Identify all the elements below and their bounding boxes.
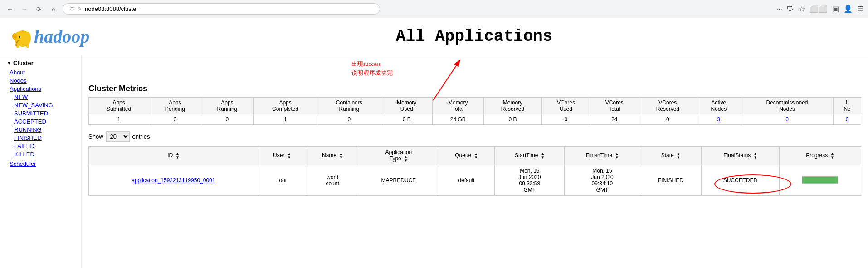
val-apps-submitted: 1 xyxy=(89,114,149,125)
col-application-type[interactable]: ApplicationType ▲▼ xyxy=(359,147,438,165)
finalstatus-sort-icon: ▲▼ xyxy=(754,152,757,159)
col-containers-running: ContainersRunning xyxy=(317,98,381,114)
page-header: hadoop All Applications xyxy=(0,18,868,55)
triangle-icon: ▼ xyxy=(7,60,11,65)
col-decommissioned-nodes: DecommissionedNodes xyxy=(741,98,833,114)
app-id: application_1592213119950_0001 xyxy=(89,165,258,196)
lost-nodes-link[interactable]: 0 xyxy=(846,116,849,123)
sidebar-item-killed[interactable]: KILLED xyxy=(14,151,74,158)
annotation-block: 出现success 说明程序成功完 xyxy=(88,60,861,82)
more-icon[interactable]: ··· xyxy=(776,5,782,13)
sidebar-item-running[interactable]: RUNNING xyxy=(14,126,74,133)
main-content: ▼ Cluster About Nodes Applications NEW N… xyxy=(0,55,868,268)
entries-label: entries xyxy=(132,133,150,140)
metrics-table: AppsSubmitted AppsPending AppsRunning Ap… xyxy=(88,97,861,125)
col-apps-pending: AppsPending xyxy=(149,98,201,114)
address-bar[interactable]: 🛡 ✎ node03:8088/cluster xyxy=(63,3,380,15)
id-sort-icon: ▲▼ xyxy=(176,152,180,159)
apps-table-header-row: ID ▲▼ User ▲▼ Name ▲▼ ApplicationType ▲▼… xyxy=(89,147,861,165)
progress-bar-fill xyxy=(802,177,838,183)
show-entries-bar: Show 10 20 50 100 entries xyxy=(88,131,861,142)
col-name[interactable]: Name ▲▼ xyxy=(306,147,359,165)
security-icon: 🛡 xyxy=(69,6,75,12)
app-name: wordcount xyxy=(306,165,359,196)
app-queue: default xyxy=(438,165,495,196)
reload-button[interactable]: ⟳ xyxy=(34,4,44,15)
state-sort-icon: ▲▼ xyxy=(677,152,680,159)
succeeded-cell: SUCCEEDED xyxy=(723,177,757,184)
cluster-metrics-title: Cluster Metrics xyxy=(88,84,861,94)
sidebar-item-about[interactable]: About xyxy=(10,69,74,76)
browser-right-icons: ··· 🛡 ☆ ⬜⬜ ▣ 👤 ☰ xyxy=(776,5,863,13)
val-containers-running: 0 xyxy=(317,114,381,125)
svg-line-8 xyxy=(433,60,460,100)
val-lost-nodes: 0 xyxy=(834,114,861,125)
col-finish-time[interactable]: FinishTime ▲▼ xyxy=(565,147,640,165)
val-vcores-used: 0 xyxy=(541,114,590,125)
browser-chrome: ← → ⟳ ⌂ 🛡 ✎ node03:8088/cluster ··· 🛡 ☆ … xyxy=(0,0,868,18)
col-user[interactable]: User ▲▼ xyxy=(258,147,306,165)
hadoop-elephant-logo xyxy=(9,23,36,50)
page-wrapper: hadoop All Applications ▼ Cluster About … xyxy=(0,18,868,268)
sidebar-item-applications[interactable]: Applications xyxy=(10,85,74,92)
home-button[interactable]: ⌂ xyxy=(48,4,59,15)
sidebar-item-scheduler[interactable]: Scheduler xyxy=(10,160,74,167)
sidebar-item-new[interactable]: NEW xyxy=(14,94,74,100)
svg-point-6 xyxy=(12,33,17,40)
sidebar-item-accepted[interactable]: ACCEPTED xyxy=(14,118,74,125)
col-start-time[interactable]: StartTime ▲▼ xyxy=(495,147,565,165)
forward-button[interactable]: → xyxy=(19,4,30,15)
content-area: 出现success 说明程序成功完 Cluster Metrics xyxy=(82,55,868,268)
val-vcores-total: 24 xyxy=(590,114,639,125)
app-start-time: Mon, 15 Jun 2020 09:32:58 GMT xyxy=(495,165,565,196)
val-memory-used: 0 B xyxy=(381,114,432,125)
name-sort-icon: ▲▼ xyxy=(339,152,343,159)
val-active-nodes: 3 xyxy=(697,114,741,125)
bookmark-icon[interactable]: 🛡 xyxy=(787,5,794,13)
col-progress[interactable]: Progress ▲▼ xyxy=(779,147,861,165)
tab-manager-icon[interactable]: ▣ xyxy=(832,5,839,13)
page-title-area: All Applications xyxy=(89,27,859,46)
col-queue[interactable]: Queue ▲▼ xyxy=(438,147,495,165)
extensions-icon[interactable]: ⬜⬜ xyxy=(809,5,828,13)
decommissioned-nodes-link[interactable]: 0 xyxy=(785,116,789,123)
col-state[interactable]: State ▲▼ xyxy=(640,147,702,165)
sidebar-item-new-saving[interactable]: NEW_SAVING xyxy=(14,102,74,109)
col-active-nodes: ActiveNodes xyxy=(697,98,741,114)
cluster-section-title: ▼ Cluster xyxy=(7,60,74,66)
sidebar-item-failed[interactable]: FAILED xyxy=(14,143,74,149)
svg-point-5 xyxy=(19,36,20,38)
edit-icon: ✎ xyxy=(78,6,82,12)
val-apps-completed: 1 xyxy=(254,114,317,125)
sidebar-item-submitted[interactable]: SUBMITTED xyxy=(14,110,74,117)
applications-table: ID ▲▼ User ▲▼ Name ▲▼ ApplicationType ▲▼… xyxy=(88,146,861,196)
col-final-status[interactable]: FinalStatus ▲▼ xyxy=(702,147,780,165)
annotation-text: 出现success 说明程序成功完 xyxy=(351,60,393,77)
col-apps-submitted: AppsSubmitted xyxy=(89,98,149,114)
entries-select[interactable]: 10 20 50 100 xyxy=(106,131,130,142)
app-progress xyxy=(779,165,861,196)
val-apps-pending: 0 xyxy=(149,114,201,125)
finishtime-sort-icon: ▲▼ xyxy=(615,152,619,159)
svg-point-2 xyxy=(24,32,30,39)
app-final-status: SUCCEEDED xyxy=(702,165,780,196)
active-nodes-link[interactable]: 3 xyxy=(717,116,721,123)
page-title: All Applications xyxy=(89,27,859,46)
sidebar-item-finished[interactable]: FINISHED xyxy=(14,134,74,141)
url-input[interactable]: node03:8088/cluster xyxy=(85,5,373,12)
back-button[interactable]: ← xyxy=(5,4,15,15)
col-memory-reserved: MemoryReserved xyxy=(483,98,541,114)
profile-icon[interactable]: 👤 xyxy=(844,5,853,13)
col-apps-running: AppsRunning xyxy=(201,98,254,114)
app-id-link[interactable]: application_1592213119950_0001 xyxy=(132,177,215,184)
menu-icon[interactable]: ☰ xyxy=(857,5,863,13)
star-icon[interactable]: ☆ xyxy=(799,5,805,13)
user-sort-icon: ▲▼ xyxy=(288,152,291,159)
hadoop-logo-text: hadoop xyxy=(34,26,89,47)
sidebar-item-nodes[interactable]: Nodes xyxy=(10,77,74,84)
col-id[interactable]: ID ▲▼ xyxy=(89,147,258,165)
app-row-0: application_1592213119950_0001 root word… xyxy=(89,165,861,196)
val-vcores-reserved: 0 xyxy=(639,114,697,125)
val-decommissioned-nodes: 0 xyxy=(741,114,833,125)
metrics-row: 1 0 0 1 0 0 B 24 GB 0 B 0 24 0 3 0 0 xyxy=(89,114,861,125)
